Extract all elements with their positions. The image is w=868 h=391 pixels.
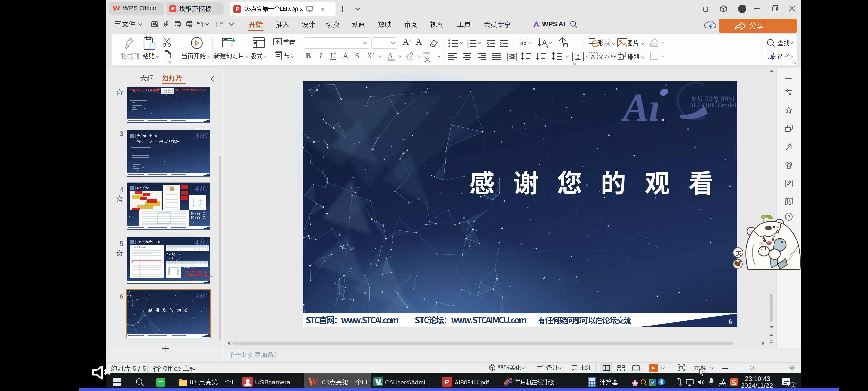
- svg-text:6: 6: [120, 293, 123, 300]
- svg-text:6: 6: [728, 318, 732, 325]
- svg-text:Aı: Aı: [621, 86, 660, 129]
- svg-text:4: 4: [120, 186, 123, 193]
- svg-text:5: 5: [120, 240, 123, 247]
- svg-text:3: 3: [120, 130, 123, 137]
